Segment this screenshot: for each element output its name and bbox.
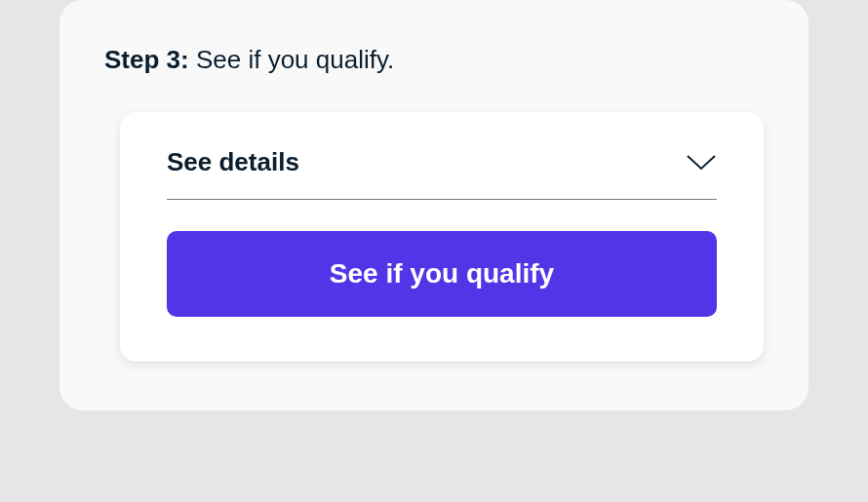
chevron-down-icon — [686, 154, 717, 172]
step-number-label: Step 3: — [104, 45, 189, 74]
qualify-panel: See details See if you qualify — [120, 112, 764, 362]
step-heading: Step 3: See if you qualify. — [104, 45, 764, 75]
see-if-you-qualify-button[interactable]: See if you qualify — [167, 231, 717, 317]
step-title: See if you qualify. — [196, 45, 394, 74]
see-details-label: See details — [167, 147, 299, 177]
step-card: Step 3: See if you qualify. See details … — [59, 0, 809, 410]
see-details-toggle[interactable]: See details — [167, 147, 717, 200]
